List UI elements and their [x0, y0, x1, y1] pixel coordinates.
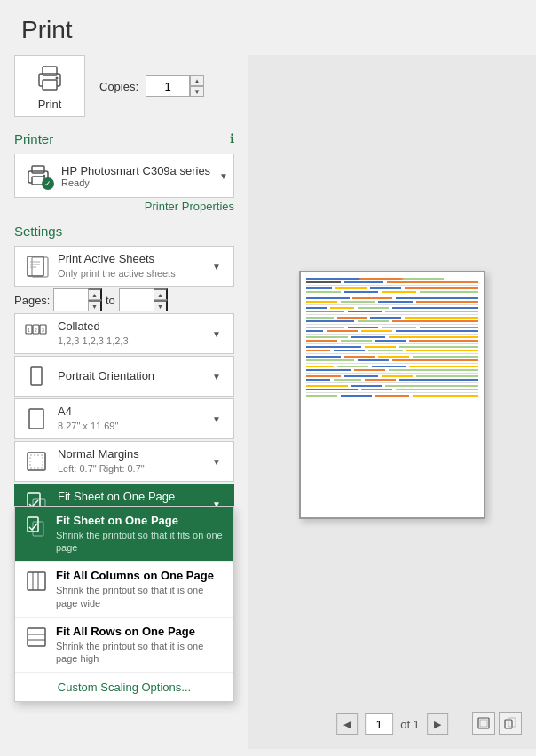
dropdown-fit-columns-label: Fit All Columns on One Page	[56, 569, 225, 584]
copies-down-button[interactable]: ▼	[190, 86, 204, 97]
margins-icon	[22, 447, 51, 476]
pages-row: Pages: ▲ ▼ to ▲ ▼	[14, 288, 234, 311]
current-page-input[interactable]: 1	[365, 713, 393, 735]
svg-rect-2	[43, 80, 57, 90]
left-panel: Print Copies: ▲ ▼ Printer ℹ	[0, 55, 248, 749]
paper-size-label: A4	[58, 405, 214, 420]
setting-paper-size[interactable]: A4 8.27" x 11.69" ▼	[14, 398, 234, 439]
sheets-icon	[22, 252, 51, 280]
svg-rect-20	[29, 409, 43, 429]
print-active-sheets-arrow: ▼	[212, 262, 221, 272]
dropdown-item-fit-columns[interactable]: Fit All Columns on One Page Shrink the p…	[15, 562, 233, 617]
printer-selector[interactable]: ✓ HP Photosmart C309a series Ready ▼	[14, 154, 234, 198]
dropdown-fit-columns-icon	[24, 569, 49, 594]
dropdown-fit-sheet-sub: Shrink the printout so that it fits on o…	[56, 529, 225, 555]
copies-up-button[interactable]: ▲	[190, 75, 204, 86]
printer-name: HP Photosmart C309a series	[61, 164, 210, 177]
copies-label: Copies:	[99, 80, 138, 93]
svg-point-3	[56, 76, 59, 79]
dropdown-fit-rows-icon	[24, 625, 49, 650]
page-title: Print	[0, 0, 536, 55]
print-button[interactable]: Print	[14, 55, 85, 117]
dropdown-fit-sheet-label: Fit Sheet on One Page	[56, 514, 225, 529]
next-page-button[interactable]: ▶	[427, 713, 448, 735]
dropdown-item-fit-rows[interactable]: Fit All Rows on One Page Shrink the prin…	[15, 618, 233, 673]
info-icon[interactable]: ℹ	[230, 131, 234, 146]
svg-rect-32	[28, 628, 45, 646]
collated-icon: 1 2 3	[22, 319, 51, 348]
svg-text:2: 2	[35, 327, 37, 333]
setting-portrait[interactable]: Portrait Orientation ▼	[14, 356, 234, 397]
print-active-sheets-sub: Only print the active sheets	[58, 267, 214, 280]
dropdown-fit-sheet-icon	[24, 514, 49, 539]
printer-dropdown-arrow: ▼	[219, 171, 228, 181]
svg-point-7	[43, 175, 45, 177]
printer-ready-badge: ✓	[42, 177, 54, 190]
total-pages-label: of 1	[400, 718, 420, 731]
margins-label: Normal Margins	[58, 447, 214, 462]
setting-collated[interactable]: 1 2 3 Collated 1,2,3 1,2,3 1,2,3 ▼	[14, 313, 234, 354]
pages-from-up[interactable]: ▲	[88, 288, 102, 300]
collated-label: Collated	[58, 319, 214, 335]
svg-text:1: 1	[28, 327, 30, 333]
settings-section-header: Settings	[14, 224, 234, 239]
page-navigation: ◀ 1 of 1 ▶	[336, 713, 448, 735]
view-buttons	[472, 712, 522, 735]
collated-arrow: ▼	[212, 329, 221, 339]
svg-text:3: 3	[42, 327, 44, 333]
svg-rect-29	[28, 572, 45, 590]
print-button-label: Print	[38, 98, 62, 111]
dropdown-fit-rows-label: Fit All Rows on One Page	[56, 625, 225, 640]
pages-to-down[interactable]: ▼	[154, 300, 168, 311]
printer-icon	[34, 62, 66, 94]
fit-page-view-button[interactable]	[472, 712, 495, 735]
actual-size-view-button[interactable]	[499, 712, 522, 735]
paper-icon	[22, 405, 51, 433]
orientation-icon	[22, 362, 51, 390]
pages-to-up[interactable]: ▲	[154, 288, 168, 300]
print-active-sheets-label: Print Active Sheets	[58, 252, 214, 267]
margins-arrow: ▼	[212, 457, 221, 467]
portrait-arrow: ▼	[212, 372, 221, 382]
paper-size-sub: 8.27" x 11.69"	[58, 420, 214, 432]
svg-rect-19	[31, 367, 42, 385]
pages-label: Pages:	[14, 294, 50, 307]
portrait-label: Portrait Orientation	[58, 369, 214, 384]
setting-margins[interactable]: Normal Margins Left: 0.7" Right: 0.7" ▼	[14, 441, 234, 482]
right-panel: ◀ 1 of 1 ▶	[248, 55, 536, 749]
svg-rect-22	[30, 455, 43, 468]
dropdown-fit-rows-sub: Shrink the printout so that it is one pa…	[56, 640, 225, 665]
paper-size-arrow: ▼	[212, 414, 221, 424]
fit-page-icon	[477, 717, 490, 729]
pages-to-label: to	[106, 294, 115, 307]
copies-input[interactable]	[146, 75, 190, 97]
custom-scaling-link[interactable]: Custom Scaling Options...	[15, 673, 233, 701]
printer-properties-link[interactable]: Printer Properties	[14, 200, 234, 213]
svg-rect-36	[480, 720, 487, 727]
margins-sub: Left: 0.7" Right: 0.7"	[58, 462, 214, 475]
print-preview	[299, 271, 485, 519]
collated-sub: 1,2,3 1,2,3 1,2,3	[58, 335, 214, 347]
pages-from-down[interactable]: ▼	[88, 300, 102, 311]
prev-page-button[interactable]: ◀	[336, 713, 358, 735]
printer-status: Ready	[61, 177, 210, 188]
fit-sheet-label: Fit Sheet on One Page	[58, 490, 214, 505]
svg-rect-8	[28, 256, 43, 276]
dropdown-fit-columns-sub: Shrink the printout so that it is one pa…	[56, 584, 225, 610]
dropdown-item-fit-sheet[interactable]: Fit Sheet on One Page Shrink the printou…	[15, 507, 233, 562]
svg-rect-5	[32, 166, 44, 173]
setting-print-active-sheets[interactable]: Print Active Sheets Only print the activ…	[14, 246, 234, 287]
printer-section-header: Printer ℹ	[14, 131, 234, 146]
actual-size-icon	[504, 717, 516, 729]
scaling-dropdown: Fit Sheet on One Page Shrink the printou…	[14, 506, 234, 702]
